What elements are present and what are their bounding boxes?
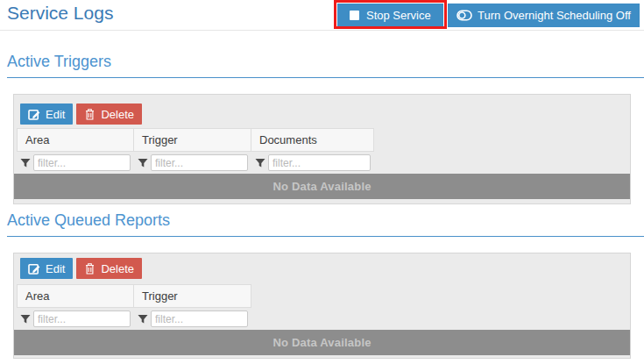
page-title: Service Logs [7, 3, 113, 24]
filter-input-trigger[interactable] [151, 154, 248, 171]
active-triggers-toolbar: Edit Delete [14, 95, 630, 125]
toggle-off-icon [456, 9, 472, 22]
edit-pencil-square-icon [28, 262, 40, 275]
delete-button[interactable]: Delete [76, 258, 142, 279]
edit-button[interactable]: Edit [20, 258, 73, 279]
trash-icon [84, 108, 96, 120]
filter-input-area[interactable] [33, 154, 131, 171]
overnight-scheduling-toggle-button[interactable]: Turn Overnight Scheduling Off [448, 4, 640, 27]
funnel-filter-icon[interactable] [18, 158, 31, 168]
stop-service-button[interactable]: Stop Service [337, 4, 443, 27]
active-queued-reports-table: Area Trigger [17, 284, 630, 330]
stop-square-icon [350, 11, 359, 20]
delete-button-label: Delete [101, 262, 134, 275]
table-filter-row [17, 152, 630, 174]
funnel-filter-icon[interactable] [252, 158, 265, 168]
filter-cell-trigger [134, 152, 251, 174]
edit-button[interactable]: Edit [20, 103, 73, 125]
delete-button[interactable]: Delete [76, 103, 142, 125]
table-header-row: Area Trigger [17, 284, 630, 308]
table-header-row: Area Trigger Documents [17, 128, 630, 152]
column-header-area[interactable]: Area [17, 128, 134, 152]
section-title-active-triggers: Active Triggers [7, 53, 644, 78]
filter-cell-area [17, 308, 134, 330]
delete-button-label: Delete [101, 108, 134, 121]
edit-pencil-square-icon [28, 108, 40, 120]
filter-cell-documents [251, 152, 374, 174]
funnel-filter-icon[interactable] [135, 158, 148, 168]
section-title-active-queued-reports: Active Queued Reports [7, 211, 644, 237]
funnel-filter-icon[interactable] [135, 314, 148, 325]
column-header-trigger[interactable]: Trigger [134, 284, 251, 308]
trash-icon [84, 262, 96, 275]
no-data-row: No Data Available [14, 330, 630, 355]
column-header-trigger[interactable]: Trigger [134, 128, 251, 152]
edit-button-label: Edit [46, 108, 65, 121]
funnel-filter-icon[interactable] [18, 314, 31, 325]
column-header-documents[interactable]: Documents [251, 128, 374, 152]
filter-cell-area [17, 152, 134, 174]
overnight-scheduling-label: Turn Overnight Scheduling Off [478, 9, 631, 22]
active-queued-reports-toolbar: Edit Delete [14, 253, 630, 279]
column-header-area[interactable]: Area [17, 284, 134, 308]
filter-cell-trigger [134, 308, 251, 330]
header-divider [0, 30, 644, 31]
filter-input-trigger[interactable] [151, 310, 248, 327]
no-data-row: No Data Available [14, 174, 630, 199]
active-queued-reports-grid: Edit Delete Area Trigger [13, 253, 631, 359]
filter-input-area[interactable] [33, 310, 131, 327]
table-filter-row [17, 308, 630, 330]
filter-input-documents[interactable] [268, 154, 371, 171]
active-triggers-grid: Edit Delete Area Trigger Documents [13, 94, 631, 204]
active-triggers-table: Area Trigger Documents [17, 128, 630, 174]
edit-button-label: Edit [46, 262, 65, 275]
stop-service-label: Stop Service [366, 9, 431, 22]
